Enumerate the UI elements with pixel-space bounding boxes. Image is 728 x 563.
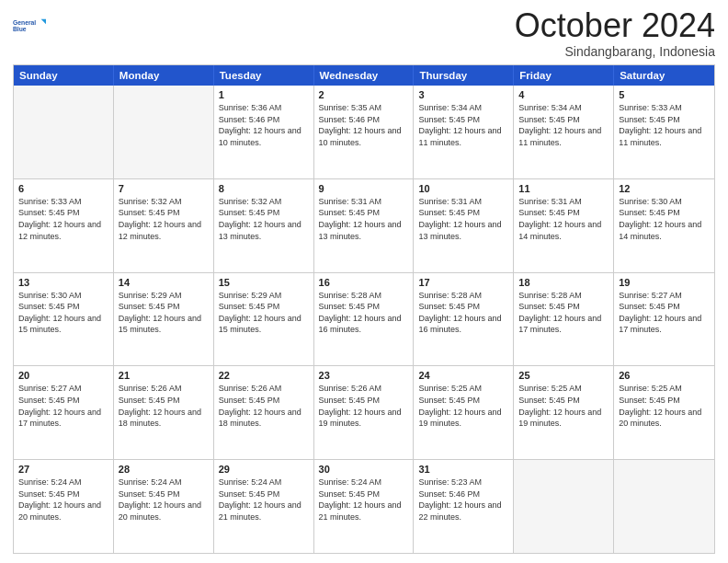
cell-detail: Sunrise: 5:25 AMSunset: 5:45 PMDaylight:… bbox=[619, 383, 710, 429]
day-number: 22 bbox=[219, 370, 309, 381]
day-number: 31 bbox=[418, 464, 508, 475]
cell-detail: Sunrise: 5:27 AMSunset: 5:45 PMDaylight:… bbox=[619, 290, 710, 336]
header-right: October 2024 Sindangbarang, Indonesia bbox=[515, 9, 715, 59]
day-cell-29: 29Sunrise: 5:24 AMSunset: 5:45 PMDayligh… bbox=[214, 460, 314, 553]
day-cell-25: 25Sunrise: 5:25 AMSunset: 5:45 PMDayligh… bbox=[514, 366, 614, 459]
day-number: 17 bbox=[418, 277, 508, 288]
cell-detail: Sunrise: 5:27 AMSunset: 5:45 PMDaylight:… bbox=[18, 383, 108, 429]
weekday-header-tuesday: Tuesday bbox=[214, 65, 314, 86]
cell-detail: Sunrise: 5:24 AMSunset: 5:45 PMDaylight:… bbox=[119, 477, 209, 523]
cell-detail: Sunrise: 5:23 AMSunset: 5:46 PMDaylight:… bbox=[418, 477, 508, 523]
svg-text:Blue: Blue bbox=[13, 26, 27, 32]
logo-svg: General Blue bbox=[13, 9, 46, 42]
day-number: 4 bbox=[518, 89, 609, 100]
cell-detail: Sunrise: 5:29 AMSunset: 5:45 PMDaylight:… bbox=[219, 290, 309, 336]
day-cell-5: 5Sunrise: 5:33 AMSunset: 5:45 PMDaylight… bbox=[614, 86, 714, 178]
cell-detail: Sunrise: 5:26 AMSunset: 5:45 PMDaylight:… bbox=[319, 383, 409, 429]
empty-cell bbox=[514, 460, 614, 553]
calendar-row-4: 20Sunrise: 5:27 AMSunset: 5:45 PMDayligh… bbox=[14, 365, 714, 459]
day-cell-14: 14Sunrise: 5:29 AMSunset: 5:45 PMDayligh… bbox=[114, 273, 214, 366]
day-number: 12 bbox=[619, 183, 710, 194]
day-cell-1: 1Sunrise: 5:36 AMSunset: 5:46 PMDaylight… bbox=[214, 86, 314, 178]
weekday-header-wednesday: Wednesday bbox=[314, 65, 415, 86]
day-cell-26: 26Sunrise: 5:25 AMSunset: 5:45 PMDayligh… bbox=[614, 366, 714, 459]
day-number: 23 bbox=[319, 370, 409, 381]
day-number: 13 bbox=[18, 277, 108, 288]
page: General Blue October 2024 Sindangbarang,… bbox=[0, 0, 728, 563]
day-cell-24: 24Sunrise: 5:25 AMSunset: 5:45 PMDayligh… bbox=[414, 366, 514, 459]
day-number: 30 bbox=[319, 464, 409, 475]
day-number: 25 bbox=[518, 370, 609, 381]
day-cell-22: 22Sunrise: 5:26 AMSunset: 5:45 PMDayligh… bbox=[214, 366, 314, 459]
day-number: 6 bbox=[18, 183, 108, 194]
cell-detail: Sunrise: 5:28 AMSunset: 5:45 PMDaylight:… bbox=[518, 290, 609, 336]
cell-detail: Sunrise: 5:26 AMSunset: 5:45 PMDaylight:… bbox=[219, 383, 309, 429]
day-cell-18: 18Sunrise: 5:28 AMSunset: 5:45 PMDayligh… bbox=[514, 273, 614, 366]
cell-detail: Sunrise: 5:26 AMSunset: 5:45 PMDaylight:… bbox=[119, 383, 209, 429]
cell-detail: Sunrise: 5:25 AMSunset: 5:45 PMDaylight:… bbox=[418, 383, 508, 429]
svg-marker-2 bbox=[41, 19, 46, 24]
day-number: 3 bbox=[418, 89, 508, 100]
day-number: 18 bbox=[518, 277, 609, 288]
cell-detail: Sunrise: 5:31 AMSunset: 5:45 PMDaylight:… bbox=[319, 196, 409, 242]
day-cell-8: 8Sunrise: 5:32 AMSunset: 5:45 PMDaylight… bbox=[214, 179, 314, 272]
day-cell-7: 7Sunrise: 5:32 AMSunset: 5:45 PMDaylight… bbox=[114, 179, 214, 272]
calendar-row-1: 1Sunrise: 5:36 AMSunset: 5:46 PMDaylight… bbox=[14, 86, 714, 178]
day-number: 28 bbox=[119, 464, 209, 475]
cell-detail: Sunrise: 5:29 AMSunset: 5:45 PMDaylight:… bbox=[119, 290, 209, 336]
cell-detail: Sunrise: 5:35 AMSunset: 5:46 PMDaylight:… bbox=[319, 102, 409, 148]
calendar-row-5: 27Sunrise: 5:24 AMSunset: 5:45 PMDayligh… bbox=[14, 459, 714, 553]
day-cell-10: 10Sunrise: 5:31 AMSunset: 5:45 PMDayligh… bbox=[414, 179, 514, 272]
day-cell-31: 31Sunrise: 5:23 AMSunset: 5:46 PMDayligh… bbox=[414, 460, 514, 553]
day-cell-15: 15Sunrise: 5:29 AMSunset: 5:45 PMDayligh… bbox=[214, 273, 314, 366]
day-number: 14 bbox=[119, 277, 209, 288]
cell-detail: Sunrise: 5:36 AMSunset: 5:46 PMDaylight:… bbox=[219, 102, 309, 148]
cell-detail: Sunrise: 5:33 AMSunset: 5:45 PMDaylight:… bbox=[18, 196, 108, 242]
day-number: 26 bbox=[619, 370, 710, 381]
day-number: 1 bbox=[219, 89, 309, 100]
day-number: 10 bbox=[418, 183, 508, 194]
cell-detail: Sunrise: 5:31 AMSunset: 5:45 PMDaylight:… bbox=[418, 196, 508, 242]
day-number: 27 bbox=[18, 464, 108, 475]
cell-detail: Sunrise: 5:28 AMSunset: 5:45 PMDaylight:… bbox=[319, 290, 409, 336]
cell-detail: Sunrise: 5:32 AMSunset: 5:45 PMDaylight:… bbox=[119, 196, 209, 242]
day-number: 11 bbox=[518, 183, 609, 194]
weekday-header-monday: Monday bbox=[114, 65, 214, 86]
cell-detail: Sunrise: 5:24 AMSunset: 5:45 PMDaylight:… bbox=[319, 477, 409, 523]
weekday-header-friday: Friday bbox=[514, 65, 614, 86]
day-cell-12: 12Sunrise: 5:30 AMSunset: 5:45 PMDayligh… bbox=[614, 179, 714, 272]
day-number: 5 bbox=[619, 89, 710, 100]
cell-detail: Sunrise: 5:28 AMSunset: 5:45 PMDaylight:… bbox=[418, 290, 508, 336]
day-cell-11: 11Sunrise: 5:31 AMSunset: 5:45 PMDayligh… bbox=[514, 179, 614, 272]
day-number: 16 bbox=[319, 277, 409, 288]
day-cell-4: 4Sunrise: 5:34 AMSunset: 5:45 PMDaylight… bbox=[514, 86, 614, 178]
day-number: 19 bbox=[619, 277, 710, 288]
cell-detail: Sunrise: 5:30 AMSunset: 5:45 PMDaylight:… bbox=[18, 290, 108, 336]
location: Sindangbarang, Indonesia bbox=[515, 44, 715, 59]
day-cell-20: 20Sunrise: 5:27 AMSunset: 5:45 PMDayligh… bbox=[14, 366, 114, 459]
calendar-body: 1Sunrise: 5:36 AMSunset: 5:46 PMDaylight… bbox=[14, 86, 714, 553]
day-number: 29 bbox=[219, 464, 309, 475]
day-cell-30: 30Sunrise: 5:24 AMSunset: 5:45 PMDayligh… bbox=[314, 460, 415, 553]
cell-detail: Sunrise: 5:34 AMSunset: 5:45 PMDaylight:… bbox=[418, 102, 508, 148]
day-cell-6: 6Sunrise: 5:33 AMSunset: 5:45 PMDaylight… bbox=[14, 179, 114, 272]
day-cell-21: 21Sunrise: 5:26 AMSunset: 5:45 PMDayligh… bbox=[114, 366, 214, 459]
calendar-row-3: 13Sunrise: 5:30 AMSunset: 5:45 PMDayligh… bbox=[14, 272, 714, 366]
empty-cell bbox=[14, 86, 114, 178]
day-number: 2 bbox=[319, 89, 409, 100]
cell-detail: Sunrise: 5:24 AMSunset: 5:45 PMDaylight:… bbox=[219, 477, 309, 523]
day-number: 24 bbox=[418, 370, 508, 381]
day-cell-13: 13Sunrise: 5:30 AMSunset: 5:45 PMDayligh… bbox=[14, 273, 114, 366]
calendar: SundayMondayTuesdayWednesdayThursdayFrid… bbox=[13, 64, 715, 554]
cell-detail: Sunrise: 5:25 AMSunset: 5:45 PMDaylight:… bbox=[518, 383, 609, 429]
month-title: October 2024 bbox=[515, 9, 715, 42]
day-cell-27: 27Sunrise: 5:24 AMSunset: 5:45 PMDayligh… bbox=[14, 460, 114, 553]
day-number: 15 bbox=[219, 277, 309, 288]
empty-cell bbox=[614, 460, 714, 553]
svg-text:General: General bbox=[13, 19, 36, 26]
day-cell-3: 3Sunrise: 5:34 AMSunset: 5:45 PMDaylight… bbox=[414, 86, 514, 178]
logo: General Blue bbox=[13, 9, 46, 42]
cell-detail: Sunrise: 5:31 AMSunset: 5:45 PMDaylight:… bbox=[518, 196, 609, 242]
cell-detail: Sunrise: 5:33 AMSunset: 5:45 PMDaylight:… bbox=[619, 102, 710, 148]
cell-detail: Sunrise: 5:34 AMSunset: 5:45 PMDaylight:… bbox=[518, 102, 609, 148]
